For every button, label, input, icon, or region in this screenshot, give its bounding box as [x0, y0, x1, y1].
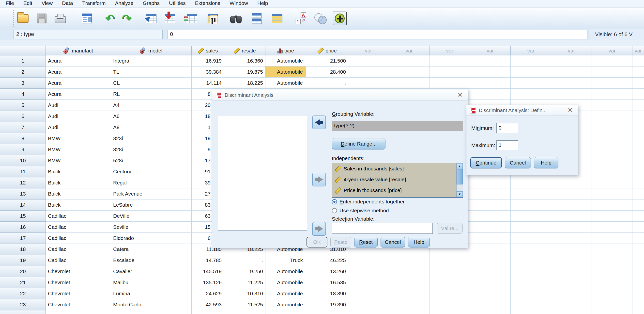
cell-empty[interactable] — [389, 78, 430, 89]
cell-model[interactable]: Lumina — [111, 288, 192, 299]
cell-empty[interactable] — [511, 89, 551, 100]
menu-analyze[interactable]: Analyze — [110, 0, 138, 7]
cell-empty[interactable] — [592, 233, 632, 244]
cell-empty[interactable] — [389, 299, 430, 310]
cell-empty[interactable] — [511, 299, 551, 310]
cell-manufact[interactable]: Chevrolet — [46, 288, 111, 299]
cell-sales[interactable]: 14.785 — [192, 255, 224, 266]
menu-window[interactable]: Window — [225, 0, 253, 7]
cell-empty[interactable] — [632, 244, 644, 255]
row-number[interactable]: 5 — [0, 100, 46, 111]
cell-empty[interactable] — [592, 144, 632, 155]
cell-empty[interactable] — [389, 277, 430, 288]
toolbar-drag-handle[interactable] — [13, 10, 14, 27]
independents-list-item[interactable]: Price in thousands [price] — [332, 185, 463, 196]
goto-variable-icon[interactable] — [163, 11, 177, 26]
row-number[interactable]: 20 — [0, 266, 46, 277]
cell-model[interactable]: 528i — [111, 155, 192, 166]
row-number[interactable]: 17 — [0, 233, 46, 244]
minimum-field[interactable]: 0 — [496, 123, 518, 133]
cell-empty[interactable] — [632, 233, 644, 244]
cell-empty[interactable] — [632, 222, 644, 233]
column-header-manufact[interactable]: manufact — [46, 46, 111, 55]
cell-empty[interactable] — [470, 89, 511, 100]
cell-empty[interactable] — [592, 78, 632, 89]
cell-manufact[interactable]: BMW — [46, 155, 111, 166]
cell-empty[interactable] — [470, 266, 511, 277]
cell-empty[interactable] — [592, 55, 632, 67]
cell-empty[interactable] — [551, 55, 592, 67]
column-header-var[interactable]: var — [551, 46, 592, 55]
cell-empty[interactable] — [430, 288, 470, 299]
cell-empty[interactable] — [632, 177, 644, 188]
independents-list[interactable]: Sales in thousands [sales]4-year resale … — [332, 163, 463, 198]
cell-type[interactable]: Automobile — [266, 277, 306, 288]
cell-empty[interactable] — [430, 299, 470, 310]
cell-model[interactable]: RL — [111, 89, 192, 100]
scroll-up-icon[interactable]: ▲ — [456, 163, 463, 169]
cell-empty[interactable] — [632, 310, 644, 314]
cell-empty[interactable] — [511, 266, 551, 277]
cell-empty[interactable] — [551, 233, 592, 244]
save-icon[interactable] — [34, 11, 49, 26]
close-icon[interactable]: ✕ — [456, 91, 464, 99]
cell-empty[interactable] — [511, 310, 551, 314]
cell-empty[interactable] — [632, 78, 644, 89]
cell-sales[interactable]: 39.384 — [192, 67, 224, 78]
cell-model[interactable]: CL — [111, 78, 192, 89]
row-number[interactable]: 6 — [0, 111, 46, 122]
cell-empty[interactable] — [551, 277, 592, 288]
cell-empty[interactable] — [430, 255, 470, 266]
subdialog-title-bar[interactable]: Discriminant Analysis: Defin... ✕ — [466, 105, 578, 116]
cell-empty[interactable] — [592, 100, 632, 111]
cell-empty[interactable] — [511, 211, 551, 222]
cell-sales[interactable]: 16.919 — [192, 55, 224, 67]
cell-empty[interactable] — [551, 188, 592, 199]
cell-manufact[interactable]: Acura — [46, 89, 111, 100]
cell-empty[interactable] — [551, 199, 592, 211]
cell-type[interactable]: Automobile — [266, 55, 306, 67]
cell-sales[interactable]: 135.126 — [192, 277, 224, 288]
open-data-icon[interactable] — [16, 11, 30, 26]
cell-empty[interactable] — [592, 266, 632, 277]
descriptives-icon[interactable]: μ — [206, 11, 220, 26]
select-cases-icon[interactable] — [270, 11, 284, 26]
row-number[interactable]: 21 — [0, 277, 46, 288]
menu-data[interactable]: Data — [57, 0, 78, 7]
cell-empty[interactable] — [511, 188, 551, 199]
cell-price[interactable]: 19.390 — [306, 299, 348, 310]
row-number[interactable]: 3 — [0, 78, 46, 89]
dialog-title-bar[interactable]: Discriminant Analysis ✕ — [212, 89, 468, 101]
cell-sales[interactable]: 42.593 — [192, 299, 224, 310]
cell-model[interactable]: Park Avenue — [111, 188, 192, 199]
row-number[interactable]: 23 — [0, 299, 46, 310]
cell-empty[interactable] — [592, 133, 632, 144]
column-header-var[interactable]: var — [632, 46, 644, 55]
row-number[interactable]: 9 — [0, 144, 46, 155]
cell-empty[interactable] — [592, 199, 632, 211]
row-number[interactable]: 14 — [0, 199, 46, 211]
maximum-field[interactable]: 1 — [496, 140, 518, 150]
cell-empty[interactable] — [511, 244, 551, 255]
row-number[interactable]: 1 — [0, 55, 46, 67]
cell-empty[interactable] — [348, 67, 389, 78]
cell-empty[interactable] — [430, 266, 470, 277]
cell-manufact[interactable]: Cadillac — [46, 222, 111, 233]
menu-view[interactable]: View — [37, 0, 57, 7]
use-variable-sets-icon[interactable] — [313, 11, 327, 26]
column-header-var[interactable]: var — [389, 46, 430, 55]
cell-manufact[interactable]: Buick — [46, 177, 111, 188]
reset-button[interactable]: Reset — [354, 237, 378, 247]
cell-empty[interactable] — [111, 310, 192, 314]
cell-type[interactable]: Automobile — [266, 67, 306, 78]
cell-empty[interactable] — [192, 310, 224, 314]
cell-editor-field[interactable]: 0 — [167, 30, 588, 39]
cell-empty[interactable] — [632, 299, 644, 310]
cell-empty[interactable] — [348, 277, 389, 288]
scroll-down-icon[interactable]: ▼ — [456, 191, 463, 197]
cell-empty[interactable] — [511, 233, 551, 244]
cell-empty[interactable] — [592, 277, 632, 288]
cell-empty[interactable] — [430, 310, 470, 314]
cell-price[interactable]: 28.400 — [306, 67, 348, 78]
cell-empty[interactable] — [632, 288, 644, 299]
